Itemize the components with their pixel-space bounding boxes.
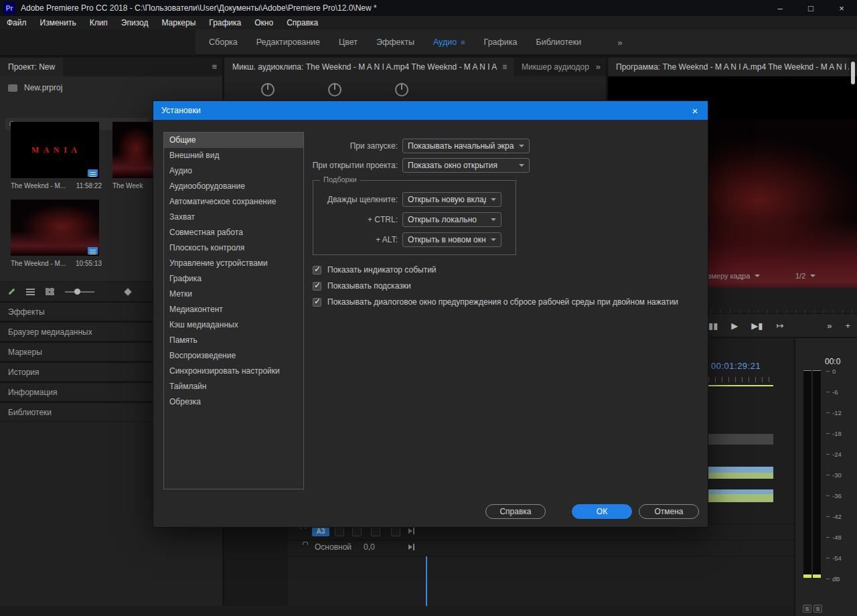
- track-badge[interactable]: A3: [312, 526, 329, 536]
- category-item-graphics[interactable]: Графика: [164, 271, 303, 287]
- double-click-dropdown[interactable]: Открыть новую вкладку: [402, 192, 501, 207]
- thumbnail-view-icon[interactable]: [46, 288, 54, 295]
- cancel-button[interactable]: Отмена: [639, 504, 699, 519]
- playback-resolution-dropdown[interactable]: 1/2: [795, 272, 834, 280]
- pause-icon[interactable]: ▮▮: [708, 321, 718, 331]
- checkbox-checked-icon[interactable]: [313, 266, 321, 275]
- audio-clip-2-bottom[interactable]: [708, 494, 773, 502]
- category-item-labels[interactable]: Метки: [164, 287, 303, 302]
- timeline-ruler[interactable]: [708, 377, 773, 382]
- dialog-close-icon[interactable]: ×: [682, 101, 708, 120]
- playhead-line[interactable]: [426, 556, 427, 606]
- mute-button[interactable]: [335, 527, 344, 536]
- mixer-tab-menu-icon[interactable]: ≡: [502, 62, 507, 72]
- workspace-tab-libraries[interactable]: Библиотеки: [527, 29, 591, 55]
- meter-solo-right-button[interactable]: S: [813, 605, 822, 613]
- automate-icon[interactable]: [124, 288, 131, 295]
- meter-solo-left-button[interactable]: S: [803, 605, 811, 613]
- workspace-tab-editing[interactable]: Редактирование: [247, 29, 329, 55]
- menu-window[interactable]: Окно: [248, 16, 280, 29]
- clip-1-name[interactable]: The Weeknd - M...: [11, 182, 66, 189]
- program-tabbar: Программа: The Weeknd - M A N I A.mp4 Th…: [608, 58, 857, 76]
- zoom-slider[interactable]: [65, 291, 94, 293]
- category-item-trim[interactable]: Обрезка: [164, 394, 303, 410]
- event-indicator-checkbox-row[interactable]: Показать индикатор событий: [313, 264, 437, 275]
- clip-3-name[interactable]: The Weeknd - M...: [11, 260, 66, 267]
- menu-file[interactable]: Файл: [0, 16, 33, 29]
- clip-1-label-row: The Weeknd - M... 11:58:22: [11, 182, 102, 189]
- play-in-out-icon[interactable]: ↦: [776, 321, 783, 331]
- menu-help[interactable]: Справка: [280, 16, 325, 29]
- alt-dropdown[interactable]: Открыть в новом окне: [402, 232, 501, 247]
- help-button[interactable]: Справка: [485, 504, 546, 519]
- add-button-icon[interactable]: +: [845, 321, 850, 331]
- category-item-device-control[interactable]: Управление устройствами: [164, 256, 303, 271]
- pan-knob-icon[interactable]: [395, 83, 408, 96]
- open-project-dropdown[interactable]: Показать окно открытия: [402, 158, 530, 173]
- audio-clip-1-top[interactable]: [708, 467, 773, 473]
- clip-1-time: 11:58:22: [76, 182, 102, 189]
- clip-2-name[interactable]: The Week: [112, 182, 143, 189]
- track-mixer-tab[interactable]: Микшер аудиодор: [514, 58, 597, 76]
- pan-knob-icon[interactable]: [328, 83, 341, 96]
- step-forward-icon[interactable]: ▶▮: [751, 321, 763, 331]
- category-item-memory[interactable]: Память: [164, 333, 303, 348]
- workspace-warning-checkbox-row[interactable]: Показывать диалоговое окно предупреждени…: [313, 297, 678, 307]
- maximize-button[interactable]: □: [795, 0, 826, 16]
- clip-thumbnail-2[interactable]: [112, 122, 154, 178]
- voiceover-record-button[interactable]: [371, 527, 380, 536]
- category-item-playback[interactable]: Воспроизведение: [164, 348, 303, 364]
- panel-menu-icon[interactable]: ≡: [212, 58, 217, 76]
- track-marker-icon[interactable]: [408, 528, 414, 534]
- workspace-tab-audio[interactable]: Аудио ≡: [424, 29, 475, 55]
- master-track-value[interactable]: 0,0: [364, 542, 375, 552]
- clip-thumbnail-1[interactable]: M A N I A: [11, 122, 99, 178]
- menu-clip[interactable]: Клип: [83, 16, 114, 29]
- ok-button[interactable]: ОК: [572, 504, 632, 519]
- audio-clip-2-top[interactable]: [708, 489, 773, 494]
- zoom-slider-knob[interactable]: [74, 289, 80, 295]
- workspace-tab-assembly[interactable]: Сборка: [200, 29, 247, 55]
- clip-thumbnail-3[interactable]: [11, 200, 99, 256]
- workspace-tab-color[interactable]: Цвет: [329, 29, 367, 55]
- startup-dropdown[interactable]: Показывать начальный экран: [402, 139, 530, 153]
- minimize-button[interactable]: –: [765, 0, 795, 16]
- mixer-tab[interactable]: Микш. аудиоклипа: The Weeknd - M A N I A…: [224, 58, 514, 76]
- transport-overflow-icon[interactable]: »: [827, 321, 832, 331]
- dialog-titlebar[interactable]: Установки ×: [153, 101, 708, 120]
- project-tab[interactable]: Проект: New: [0, 58, 63, 76]
- workspace-tab-effects[interactable]: Эффекты: [367, 29, 424, 55]
- checkbox-checked-icon[interactable]: [313, 298, 321, 307]
- ctrl-dropdown[interactable]: Открыть локально: [402, 212, 501, 227]
- playhead-timecode[interactable]: 00:01:29:21: [711, 361, 761, 371]
- pan-knob-icon[interactable]: [261, 83, 275, 96]
- audio-clip-1-bottom[interactable]: [708, 473, 773, 479]
- menu-edit[interactable]: Изменить: [33, 16, 83, 29]
- checkbox-checked-icon[interactable]: [313, 282, 321, 291]
- project-file-row[interactable]: New.prproj: [8, 83, 62, 92]
- solo-button[interactable]: [352, 527, 362, 536]
- workspace-warning-label: Показывать диалоговое окно предупреждени…: [327, 297, 678, 307]
- category-item-sync-settings[interactable]: Синхронизировать настройки: [164, 364, 303, 379]
- program-tab[interactable]: Программа: The Weeknd - M A N I A.mp4 Th…: [608, 58, 849, 76]
- pencil-icon[interactable]: [9, 289, 15, 295]
- workspace-tab-graphics[interactable]: Графика: [475, 29, 527, 55]
- track-meter-button[interactable]: [391, 527, 400, 536]
- play-icon[interactable]: ▶: [731, 321, 738, 331]
- list-view-icon[interactable]: [26, 288, 35, 295]
- mixer-overflow-icon[interactable]: »: [596, 58, 601, 76]
- scrollbar[interactable]: [851, 62, 855, 84]
- workspace-overflow-icon[interactable]: »: [617, 37, 622, 48]
- menu-markers[interactable]: Маркеры: [155, 16, 202, 29]
- menu-sequence[interactable]: Эпизод: [114, 16, 155, 29]
- master-track-label[interactable]: Основной: [315, 542, 352, 552]
- category-item-media[interactable]: Медиаконтент: [164, 302, 303, 317]
- category-item-timeline[interactable]: Таймлайн: [164, 379, 303, 394]
- close-button[interactable]: ×: [826, 0, 857, 16]
- menu-graphics[interactable]: Графика: [202, 16, 248, 29]
- master-marker-icon[interactable]: [408, 544, 414, 550]
- category-item-media-cache[interactable]: Кэш медиаданных: [164, 317, 303, 333]
- tooltips-checkbox-row[interactable]: Показывать подсказки: [313, 281, 411, 291]
- workspace-menu-icon[interactable]: ≡: [461, 29, 465, 55]
- video-clip-block[interactable]: [708, 434, 773, 445]
